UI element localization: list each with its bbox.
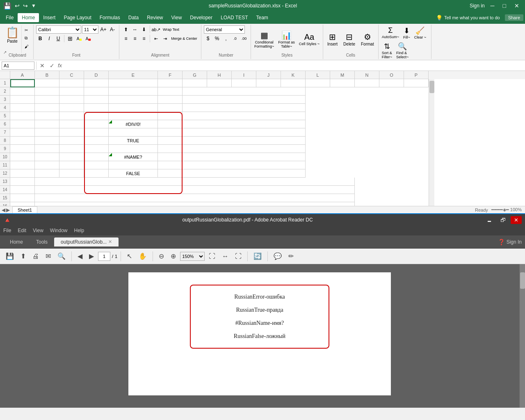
cell-k1[interactable] <box>281 79 306 87</box>
cell-styles-button[interactable]: Aa Cell Styles ~ <box>297 32 321 47</box>
cell-c1[interactable] <box>59 79 84 87</box>
decrease-decimal-button[interactable]: .0 <box>231 34 239 43</box>
col-header-g[interactable]: G <box>183 71 207 79</box>
cell-b3[interactable] <box>35 96 59 104</box>
cell-b10[interactable] <box>35 153 59 161</box>
menu-insert[interactable]: Insert <box>39 13 59 22</box>
share-button[interactable]: Share <box>505 14 523 21</box>
cell-e9[interactable] <box>109 145 158 153</box>
acrobat-help-icon[interactable]: ❓ <box>498 239 505 245</box>
font-name-select[interactable]: Calibri <box>36 25 81 34</box>
save-icon[interactable]: 💾 <box>3 2 11 10</box>
acrobat-zoom-in-button[interactable]: ⊕ <box>168 251 178 262</box>
increase-indent-button[interactable]: ⇥ <box>161 34 169 43</box>
acrobat-hand-button[interactable]: ✋ <box>136 251 149 262</box>
clear-button[interactable]: 🧹 Clear ~ <box>413 25 428 40</box>
cell-e5[interactable] <box>109 112 158 120</box>
formula-input[interactable] <box>64 63 523 68</box>
acrobat-fit-width-button[interactable]: ↔ <box>219 251 231 262</box>
cell-rest-3[interactable] <box>183 96 306 104</box>
format-as-table-button[interactable]: 📊 Format asTable~ <box>276 30 297 49</box>
cell-a3[interactable] <box>10 96 35 104</box>
cell-a14[interactable] <box>10 186 35 194</box>
cell-c4[interactable] <box>59 104 84 112</box>
menu-team[interactable]: Team <box>252 13 272 22</box>
cell-d11[interactable] <box>84 161 109 169</box>
cell-d3[interactable] <box>84 96 109 104</box>
acrobat-next-page-button[interactable]: ▶ <box>87 251 96 262</box>
col-header-p[interactable]: P <box>404 71 429 79</box>
cell-a1[interactable] <box>10 79 35 87</box>
cut-button[interactable]: ✂ <box>23 26 30 34</box>
cell-d1[interactable] <box>84 79 109 87</box>
acrobat-tab-tools[interactable]: Tools <box>30 237 54 247</box>
cell-d12[interactable] <box>84 169 109 178</box>
fill-button[interactable]: ⬇ Fill~ <box>402 25 412 40</box>
decrease-indent-button[interactable]: ⇤ <box>152 34 160 43</box>
cell-e6[interactable]: #DIV/0! <box>109 120 158 128</box>
align-top-button[interactable]: ⬆ <box>122 25 130 34</box>
menu-file[interactable]: File <box>2 13 18 22</box>
cell-a2[interactable] <box>10 87 35 96</box>
cell-b8[interactable] <box>35 137 59 145</box>
col-header-n[interactable]: N <box>355 71 379 79</box>
menu-formulas[interactable]: Formulas <box>96 13 124 22</box>
cell-a16[interactable] <box>10 202 35 206</box>
cell-h1[interactable] <box>207 79 232 87</box>
cancel-formula-button[interactable]: ✕ <box>38 62 46 69</box>
row-header-14[interactable]: 14 <box>0 186 10 194</box>
acrobat-tab-doc[interactable]: outputRussianGlob... ✕ <box>54 237 119 247</box>
cell-j1[interactable] <box>256 79 281 87</box>
acrobat-send-button[interactable]: ⬆ <box>18 251 28 262</box>
cell-a9[interactable] <box>10 145 35 153</box>
customize-icon[interactable]: ▼ <box>31 3 36 9</box>
tell-me-input[interactable]: Tell me what you want to do <box>444 15 500 20</box>
cell-f2[interactable] <box>158 87 183 96</box>
row-header-5[interactable]: 5 <box>0 112 10 120</box>
col-header-d[interactable]: D <box>84 71 109 79</box>
cell-b12[interactable] <box>35 169 59 178</box>
cell-f1[interactable] <box>158 79 183 87</box>
minimize-button[interactable]: ─ <box>488 2 497 10</box>
align-middle-button[interactable]: ↔ <box>131 25 139 34</box>
menu-review[interactable]: Review <box>143 13 167 22</box>
cell-a5[interactable] <box>10 112 35 120</box>
signin-label[interactable]: Sign in <box>470 3 485 9</box>
find-select-button[interactable]: 🔍 Find &Select~ <box>395 41 410 60</box>
acrobat-tab-home[interactable]: Home <box>3 237 30 247</box>
acrobat-fit-page-button[interactable]: ⛶ <box>206 251 218 262</box>
col-header-e[interactable]: E <box>109 71 158 79</box>
confirm-formula-button[interactable]: ✓ <box>48 62 56 69</box>
redo-icon[interactable]: ↪ <box>23 2 28 9</box>
delete-cells-button[interactable]: ⊟ Delete <box>341 31 358 47</box>
cell-e8[interactable]: TRUE <box>109 137 158 145</box>
currency-button[interactable]: $ <box>204 34 212 43</box>
cell-rest-5[interactable] <box>183 112 306 120</box>
cell-c11[interactable] <box>59 161 84 169</box>
cell-a10[interactable] <box>10 153 35 161</box>
cell-d10[interactable] <box>84 153 109 161</box>
cell-b7[interactable] <box>35 128 59 137</box>
underline-button[interactable]: U <box>54 34 62 43</box>
row-header-10[interactable]: 10 <box>0 153 10 161</box>
acrobat-minimize-button[interactable]: 🗕 <box>484 216 495 224</box>
cell-rest-15[interactable] <box>35 194 355 202</box>
undo-icon[interactable]: ↩ <box>15 2 20 9</box>
merge-center-button[interactable]: Merge & Center <box>170 34 199 43</box>
font-size-select[interactable]: 11 <box>82 25 98 34</box>
cell-f9[interactable] <box>158 145 183 153</box>
acrobat-print-button[interactable]: 🖨 <box>30 251 41 262</box>
col-header-c[interactable]: C <box>59 71 84 79</box>
cell-m1[interactable] <box>330 79 355 87</box>
align-left-button[interactable]: ≡ <box>122 34 130 43</box>
cell-g1[interactable] <box>183 79 207 87</box>
menu-page-layout[interactable]: Page Layout <box>59 13 95 22</box>
col-header-f[interactable]: F <box>158 71 183 79</box>
acrobat-prev-page-button[interactable]: ◀ <box>75 251 85 262</box>
cell-e2[interactable] <box>109 87 158 96</box>
cell-f7[interactable] <box>158 128 183 137</box>
italic-button[interactable]: I <box>45 34 53 43</box>
cell-a12[interactable] <box>10 169 35 178</box>
acrobat-menu-file[interactable]: File <box>3 228 11 233</box>
cell-e1[interactable] <box>109 79 158 87</box>
